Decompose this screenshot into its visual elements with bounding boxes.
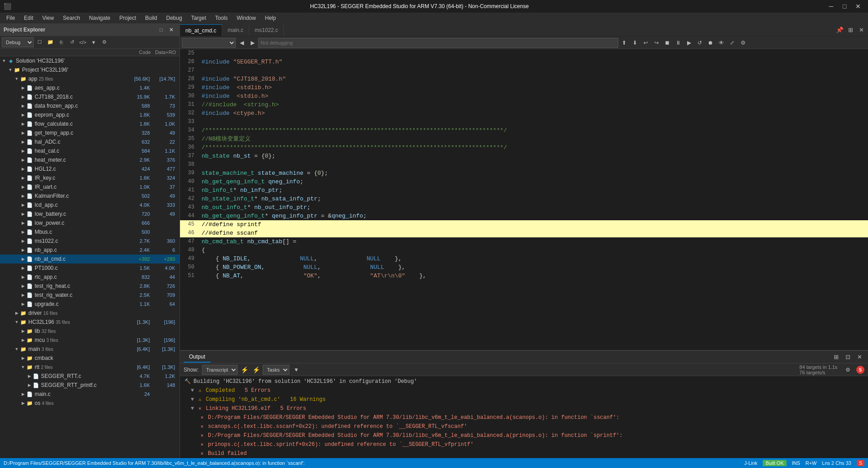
list-item[interactable]: ▶ 📁 driver 16 files: [0, 309, 180, 318]
tree-arrow[interactable]: ▼: [20, 365, 26, 369]
tree-arrow[interactable]: ▶: [20, 140, 26, 144]
list-item[interactable]: ▶ 📄 data frozen_app.c 588 73: [0, 101, 180, 110]
list-item[interactable]: ▶ 📄 SEGGER_RTT_printf.c 1.6K 148: [0, 381, 180, 390]
nav-back-btn[interactable]: ◀: [237, 38, 247, 48]
list-item[interactable]: ▶ 📁 lib 32 files: [0, 327, 180, 336]
list-item[interactable]: ▶ 📄 SEGGER_RTT.c 4.7K 1.2K: [0, 372, 180, 381]
restore-button[interactable]: □: [838, 0, 851, 13]
menu-edit[interactable]: Edit: [19, 13, 38, 23]
output-settings-btn[interactable]: ⚙: [843, 365, 853, 375]
tree-arrow[interactable]: ▶: [20, 203, 26, 207]
pe-btn5[interactable]: </>: [78, 37, 88, 47]
nav-play-btn[interactable]: ▶: [684, 38, 694, 48]
list-item[interactable]: ▶ 📄 upgrade.c 1.1K 64: [0, 300, 180, 309]
minimize-button[interactable]: ─: [825, 0, 837, 13]
tree-arrow[interactable]: ▶: [20, 401, 26, 405]
nav-stop-btn[interactable]: ⏹: [662, 38, 672, 48]
list-item[interactable]: ▶ 📄 KalmanFilter.c 502 49: [0, 191, 180, 200]
list-item[interactable]: ▶ 📄 eeprom_app.c 1.8K 539: [0, 110, 180, 119]
menu-tools[interactable]: Tools: [211, 13, 232, 23]
menu-target[interactable]: Target: [187, 13, 211, 23]
tree-arrow[interactable]: ▶: [20, 131, 26, 135]
tree-arrow[interactable]: ▶: [20, 338, 26, 342]
tree-arrow[interactable]: ▶: [20, 221, 26, 225]
tree-arrow[interactable]: ▶: [20, 158, 26, 162]
pe-config-dropdown[interactable]: Debug Release: [2, 37, 34, 47]
output-filter-btn1[interactable]: ⚡: [239, 365, 249, 375]
expand-arrow[interactable]: ▼: [191, 404, 194, 413]
editor-nav-dropdown[interactable]: [182, 38, 236, 48]
menu-file[interactable]: File: [2, 13, 19, 23]
tree-arrow[interactable]: ▶: [26, 383, 32, 387]
list-item[interactable]: ▶ 📄 get_temp_app.c 328 49: [0, 128, 180, 137]
editor-pin-btn[interactable]: 📌: [835, 25, 845, 35]
tree-arrow[interactable]: ▶: [20, 167, 26, 171]
list-item[interactable]: ▼ ⚠ Completed 5 Errors: [180, 386, 868, 395]
tree-arrow[interactable]: ▼: [13, 347, 20, 351]
output-tasks-dropdown[interactable]: Tasks: [263, 365, 289, 375]
nav-up-btn[interactable]: ⬆: [619, 38, 629, 48]
output-filter-btn2[interactable]: ⚡: [251, 365, 261, 375]
editor-close-btn[interactable]: ✕: [856, 25, 866, 35]
tree-arrow[interactable]: ▶: [20, 302, 26, 306]
list-item[interactable]: ▶ 📄 nb_at_cmd.c +392 +280: [0, 254, 180, 264]
pe-btn4[interactable]: ↺: [67, 37, 77, 47]
tree-arrow[interactable]: ▶: [13, 311, 20, 315]
tree-arrow[interactable]: ▶: [20, 176, 26, 180]
nav-bkpt-btn[interactable]: ⏺: [706, 38, 715, 48]
expand-arrow[interactable]: ▼: [191, 386, 194, 395]
nav-settings-btn[interactable]: ⚙: [738, 38, 748, 48]
output-btn1[interactable]: ⊞: [831, 352, 841, 362]
list-item[interactable]: ▶ 📄 lcd_app.c 4.0K 333: [0, 200, 180, 209]
tab-nb-at-cmd[interactable]: nb_at_cmd.c: [180, 24, 222, 36]
list-item[interactable]: ▼ ◈ Solution 'HC32L196': [0, 56, 180, 65]
list-item[interactable]: ▼ ✕ Linking HC32L196.elf 5 Errors: [180, 404, 868, 413]
list-item[interactable]: ▶ 📄 main.c 24: [0, 390, 180, 399]
pe-btn6[interactable]: ▼: [89, 37, 99, 47]
tree-arrow[interactable]: ▶: [20, 230, 26, 234]
menu-help[interactable]: Help: [261, 13, 281, 23]
pe-btn1[interactable]: ☐: [35, 37, 45, 47]
tab-ms1022[interactable]: ms1022.c: [249, 24, 284, 36]
pe-btn3[interactable]: ⎘: [56, 37, 66, 47]
pe-btn2[interactable]: 📁: [45, 37, 55, 47]
list-item[interactable]: ▼ 📁 main 3 files [6.4K] [1.3K]: [0, 345, 180, 354]
list-item[interactable]: ▶ 📄 IR_uart.c 1.0K 37: [0, 182, 180, 191]
menu-window[interactable]: Window: [232, 13, 261, 23]
tree-arrow[interactable]: ▶: [20, 122, 26, 126]
tab-main[interactable]: main.c: [222, 24, 249, 36]
menu-search[interactable]: Search: [58, 13, 85, 23]
tree-arrow[interactable]: ▶: [20, 149, 26, 153]
list-item[interactable]: ▶ 📁 os 4 files: [0, 399, 180, 408]
nav-down-btn[interactable]: ⬇: [630, 38, 640, 48]
tree-arrow[interactable]: ▶: [20, 266, 26, 270]
list-item[interactable]: ▶ 📄 test_rig_heat.c 2.8K 726: [0, 282, 180, 291]
tree-arrow[interactable]: ▼: [7, 68, 13, 72]
list-item[interactable]: ▶ 📄 HGL12.c 424 477: [0, 164, 180, 173]
list-item[interactable]: ▼ 📁 app 25 files [56.6K] [14.7K]: [0, 74, 180, 83]
nav-step2-btn[interactable]: ↪: [652, 38, 661, 48]
nav-step-btn[interactable]: ↩: [641, 38, 651, 48]
list-item[interactable]: ▶ 📄 test_rig_water.c 2.5K 709: [0, 291, 180, 300]
pe-maximize-button[interactable]: □: [156, 25, 166, 35]
menu-build[interactable]: Build: [141, 13, 162, 23]
tree-arrow[interactable]: ▶: [20, 212, 26, 216]
nav-pause-btn[interactable]: ⏸: [673, 38, 683, 48]
menu-view[interactable]: View: [38, 13, 58, 23]
nav-watch-btn[interactable]: 👁: [716, 38, 726, 48]
list-item[interactable]: ▶ 📄 low_power.c 666: [0, 218, 180, 227]
list-item[interactable]: ▶ 📄 CJT188_2018.c 15.9K 1.7K: [0, 92, 180, 101]
tree-arrow[interactable]: ▶: [20, 95, 26, 99]
tree-arrow[interactable]: ▶: [20, 275, 26, 279]
output-filter-dropdown[interactable]: Transcript: [202, 365, 238, 375]
built-ok-badge[interactable]: Built OK: [763, 460, 786, 466]
tree-arrow[interactable]: ▶: [20, 293, 26, 297]
nav-restart-btn[interactable]: ↺: [695, 38, 705, 48]
tree-arrow[interactable]: ▶: [20, 185, 26, 189]
tree-arrow[interactable]: ▶: [20, 86, 26, 90]
editor-nav-input[interactable]: [258, 38, 618, 48]
output-tab[interactable]: Output: [184, 352, 211, 363]
output-btn2[interactable]: ⊡: [843, 352, 853, 362]
menu-project[interactable]: Project: [115, 13, 140, 23]
list-item[interactable]: ▶ 📄 nb_app.c 2.4K 6: [0, 245, 180, 254]
